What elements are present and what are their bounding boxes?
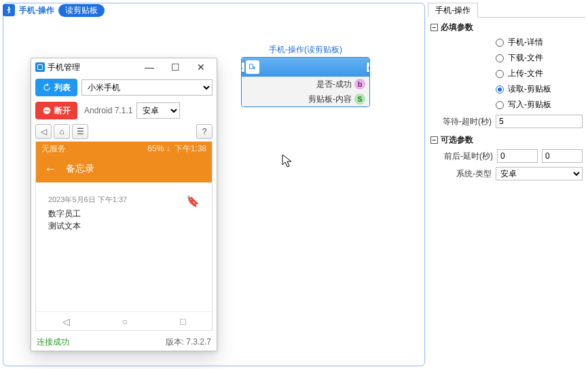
phone-manager-window: 手机管理 — ☐ ✕ 列表 小米手机 断开 Android 7.1.1 安卓: [31, 58, 217, 351]
collapse-icon[interactable]: −: [430, 24, 438, 31]
section-required[interactable]: − 必填参数: [430, 22, 583, 33]
list-button[interactable]: 列表: [35, 79, 77, 96]
system-type-label: 系统-类型: [456, 168, 492, 180]
node-input-port[interactable]: ▸: [241, 62, 245, 73]
delay-before-input[interactable]: [497, 149, 538, 163]
properties-panel: 手机-操作 − 必填参数 手机-详情 下载-文件 操作-类型 上传-文件 读取-…: [428, 3, 585, 366]
phone-appbar: ← 备忘录: [36, 155, 212, 182]
radio-read-clipboard[interactable]: 读取-剪贴板: [428, 81, 585, 97]
svg-point-5: [253, 67, 255, 69]
radio-download-file[interactable]: 下载-文件: [428, 50, 585, 66]
help-button[interactable]: ?: [196, 124, 213, 139]
delay-label: 前后-延时(秒): [444, 151, 493, 162]
radio-phone-detail[interactable]: 手机-详情: [428, 35, 585, 50]
app-title: 备忘录: [66, 163, 94, 175]
note-card[interactable]: 🔖 2023年5月6日 下午1:37 数字员工 测试文本: [43, 189, 205, 237]
status-carrier: 无服务: [41, 143, 66, 155]
minimize-button[interactable]: —: [138, 60, 161, 74]
type-badge-bool: b: [354, 79, 365, 90]
node-output-success: 是否-成功 b: [242, 77, 369, 92]
collapse-icon[interactable]: −: [430, 136, 438, 144]
svg-rect-3: [250, 64, 253, 69]
refresh-icon: [42, 83, 52, 92]
svg-rect-2: [45, 110, 50, 111]
close-button[interactable]: ✕: [189, 60, 213, 74]
phone-screen[interactable]: 无服务 65% ↓ 下午1:38 ← 备忘录 🔖 2023年5月6日 下午1:3…: [35, 141, 213, 331]
system-type-select[interactable]: 安卓: [496, 167, 583, 180]
nav-back-button[interactable]: ◁: [35, 124, 52, 139]
canvas-subtitle-pill: 读剪贴板: [58, 4, 105, 17]
status-time: 下午1:38: [174, 143, 206, 155]
tab-phone-action[interactable]: 手机-操作: [428, 3, 478, 18]
version-label: 版本: 7.3.2.7: [166, 336, 211, 348]
wait-timeout-label: 等待-超时(秒): [443, 116, 492, 128]
nav-toolbar: ◁ ⌂ ☰ ?: [31, 122, 217, 141]
window-title: 手机管理: [48, 62, 80, 73]
note-timestamp: 2023年5月6日 下午1:37: [48, 195, 200, 205]
radio-write-clipboard[interactable]: 写入-剪贴板: [428, 97, 585, 113]
disconnect-button[interactable]: 断开: [35, 102, 77, 119]
phone-soft-keys: ◁ ○ □: [36, 311, 212, 330]
os-type-select[interactable]: 安卓: [136, 102, 180, 119]
status-battery: 65% ↓: [147, 144, 170, 153]
radio-upload-file[interactable]: 上传-文件: [428, 66, 585, 81]
note-body: 数字员工 测试文本: [48, 208, 200, 232]
nav-recent-button[interactable]: ☰: [72, 124, 88, 139]
delay-after-input[interactable]: [542, 149, 583, 163]
node-header[interactable]: [242, 58, 369, 77]
node-output-clipboard: 剪贴板-内容 S: [242, 92, 369, 106]
phone-icon: [35, 62, 45, 72]
workflow-node[interactable]: 手机-操作(读剪贴板) ▸ ▸ 是否-成功 b 剪贴板-内容 S: [241, 44, 370, 107]
svg-point-0: [8, 6, 10, 8]
node-output-port[interactable]: ▸: [366, 62, 370, 73]
section-optional[interactable]: − 可选参数: [430, 134, 583, 146]
softkey-home-icon[interactable]: ○: [122, 316, 128, 327]
nav-home-button[interactable]: ⌂: [54, 124, 70, 139]
softkey-back-icon[interactable]: ◁: [62, 316, 70, 327]
type-badge-string: S: [354, 94, 365, 104]
canvas-title: 手机-操作: [19, 5, 54, 16]
softkey-recent-icon[interactable]: □: [180, 316, 185, 327]
panel-tabs: 手机-操作: [428, 3, 585, 18]
phone-statusbar: 无服务 65% ↓ 下午1:38: [36, 142, 212, 155]
maximize-button[interactable]: ☐: [164, 60, 187, 74]
canvas-header: 手机-操作 读剪贴板: [3, 3, 424, 17]
bookmark-icon[interactable]: 🔖: [186, 195, 200, 208]
device-select[interactable]: 小米手机: [81, 79, 213, 96]
back-arrow-icon[interactable]: ←: [44, 162, 56, 176]
node-title: 手机-操作(读剪贴板): [241, 44, 370, 56]
cursor-icon: [282, 154, 294, 169]
wait-timeout-input[interactable]: [496, 115, 583, 128]
os-version-label: Android 7.1.1: [84, 106, 132, 115]
connection-status: 连接成功: [37, 336, 69, 348]
window-footer: 连接成功 版本: 7.3.2.7: [31, 334, 217, 351]
canvas-area: 手机-操作 读剪贴板 手机管理 — ☐ ✕ 列表 小米手机 断开: [3, 3, 425, 366]
node-gear-icon: [246, 60, 259, 74]
stop-icon: [42, 106, 52, 115]
window-titlebar[interactable]: 手机管理 — ☐ ✕: [31, 58, 217, 76]
walk-icon: [3, 4, 15, 16]
